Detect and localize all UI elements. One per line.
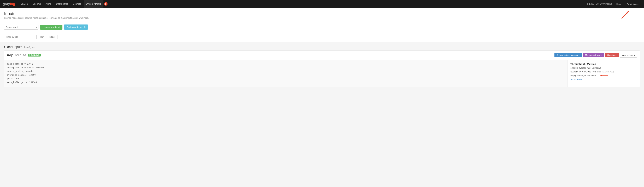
network-io-text: Network IO: ↘370.9kB ↗0B	[570, 71, 596, 73]
empty-discarded-text: Empty messages discarded: 0	[570, 74, 598, 77]
page-header: Inputs Graylog nodes accept data via inp…	[0, 8, 644, 22]
show-details-link[interactable]: Show details	[570, 78, 582, 81]
section-configured: 1 configured	[24, 46, 35, 48]
input-card-header: udp GELF UDP 1 RUNNING Show received mes…	[4, 51, 640, 60]
select-input[interactable]: Select input	[4, 25, 38, 30]
svg-marker-3	[600, 75, 602, 77]
show-received-messages-button[interactable]: Show received messages	[554, 53, 582, 57]
nav-dashboards[interactable]: Dashboards	[54, 0, 70, 8]
config-line-3: number_worker_threads: 1	[7, 69, 565, 73]
arrow-indicator-metrics	[599, 74, 608, 77]
metrics-network-io: Network IO: ↘370.9kB ↗0B (total: ↘2.0MB …	[570, 70, 637, 73]
brand-gray: gray	[3, 2, 10, 6]
running-badge: 1 RUNNING	[28, 54, 41, 56]
select-input-wrapper: Select input ▾	[4, 25, 38, 30]
metrics-show-details-row: Show details	[570, 78, 637, 81]
config-line-6: recv_buffer_size: 262144	[7, 81, 565, 84]
page-subtitle: Graylog nodes accept data via inputs. La…	[4, 17, 640, 19]
external-link-icon: ⧉	[84, 26, 86, 28]
input-type: GELF UDP	[15, 54, 26, 56]
metrics-empty-discarded-row: Empty messages discarded: 0	[570, 74, 637, 77]
network-io-total: (total: ↘2.0MB ↗0B)	[596, 71, 614, 73]
metrics-avg-rate: 1 minute average rate: 19 msgs/s	[570, 66, 637, 70]
filter-bar: Filter Reset	[0, 32, 644, 42]
filter-title-input[interactable]	[4, 35, 35, 39]
nav-alerts[interactable]: Alerts	[44, 0, 53, 8]
content: Global inputs 1 configured udp GELF UDP …	[0, 42, 644, 93]
notification-badge[interactable]: 1	[104, 2, 108, 6]
toolbar: Select input ▾ Launch new input Find mor…	[0, 22, 644, 32]
config-line-1: bind_address: 0.0.0.0	[7, 62, 565, 66]
section-heading: Global inputs 1 configured	[4, 45, 640, 49]
manage-extractors-button[interactable]: Manage extractors	[583, 53, 604, 57]
input-card-udp: udp GELF UDP 1 RUNNING Show received mes…	[4, 50, 640, 87]
input-name: udp	[7, 53, 14, 57]
launch-new-input-button[interactable]: Launch new input	[40, 25, 62, 30]
nav-admin[interactable]: Administra...	[625, 3, 641, 5]
config-line-5: port: 12201	[7, 77, 565, 81]
config-line-4: override_source: <empty>	[7, 73, 565, 77]
find-more-inputs-button[interactable]: Find more inputs ⧉	[64, 24, 88, 30]
stop-input-button[interactable]: Stop input	[605, 53, 618, 57]
filter-button[interactable]: Filter	[36, 35, 46, 39]
navbar: graylog Search Streams Alerts Dashboards…	[0, 0, 644, 8]
nav-system-inputs[interactable]: System / Inputs	[84, 0, 104, 8]
nav-right: In 1,098 / Out 1,097 msgs/s Help Adminis…	[587, 3, 641, 5]
input-card-body: bind_address: 0.0.0.0 decompress_size_li…	[4, 60, 640, 87]
page-title: Inputs	[4, 11, 640, 16]
input-config: bind_address: 0.0.0.0 decompress_size_li…	[4, 60, 568, 87]
nav-search[interactable]: Search	[18, 0, 30, 8]
nav-streams[interactable]: Streams	[30, 0, 43, 8]
metrics-title: Throughput / Metrics	[570, 62, 637, 65]
brand-log: log	[10, 2, 15, 6]
chevron-more-icon: ▾	[634, 54, 635, 56]
nav-sources[interactable]: Sources	[71, 0, 83, 8]
more-actions-button[interactable]: More actions ▾	[620, 53, 637, 57]
input-metrics: Throughput / Metrics 1 minute average ra…	[568, 60, 640, 87]
reset-button[interactable]: Reset	[47, 35, 58, 39]
input-card-actions: Show received messages Manage extractors…	[554, 53, 637, 57]
more-actions-label: More actions	[622, 54, 633, 56]
section-title: Global inputs	[4, 45, 22, 49]
find-more-label: Find more inputs	[66, 26, 83, 28]
config-line-2: decompress_size_limit: 8388608	[7, 66, 565, 70]
brand-logo: graylog	[3, 2, 15, 6]
nav-help[interactable]: Help	[614, 3, 623, 5]
throughput-display: In 1,098 / Out 1,097 msgs/s	[587, 3, 612, 5]
